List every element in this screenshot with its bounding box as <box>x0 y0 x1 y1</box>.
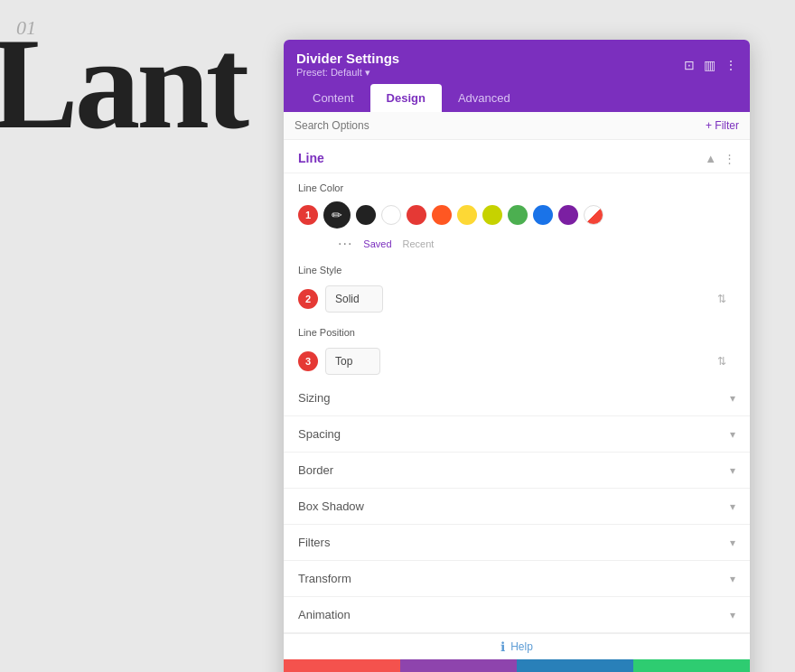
eyedropper-icon: ✏ <box>332 208 342 222</box>
panel-preset[interactable]: Preset: Default ▾ <box>296 67 399 79</box>
transform-title: Transform <box>298 572 351 585</box>
filters-title: Filters <box>298 536 330 549</box>
line-position-row: 3 Top Center Bottom ⇅ <box>284 342 750 380</box>
line-position-arrow: ⇅ <box>717 355 726 368</box>
tab-advanced[interactable]: Advanced <box>442 84 527 112</box>
tab-content[interactable]: Content <box>296 84 370 112</box>
color-swatch-yellow[interactable] <box>457 205 477 225</box>
more-icon[interactable]: ⋮ <box>725 58 737 72</box>
animation-chevron: ▾ <box>730 609 735 621</box>
border-chevron: ▾ <box>730 464 735 477</box>
columns-icon[interactable]: ▥ <box>704 58 716 72</box>
sizing-title: Sizing <box>298 391 330 405</box>
panel-title: Divider Settings <box>296 51 399 66</box>
animation-title: Animation <box>298 608 351 621</box>
filters-chevron: ▾ <box>730 537 735 549</box>
panel-header: Divider Settings Preset: Default ▾ ⊡ ▥ ⋮… <box>284 40 750 112</box>
dots-button[interactable]: ··· <box>338 236 352 252</box>
line-section-header: Line ▲ ⋮ <box>284 140 750 173</box>
saved-recent-row: ··· Saved Recent <box>284 232 750 256</box>
tabs-container: Content Design Advanced <box>296 84 737 112</box>
border-section[interactable]: Border ▾ <box>284 453 750 489</box>
line-color-label: Line Color <box>284 173 750 198</box>
spacing-chevron: ▾ <box>730 428 735 441</box>
saved-label[interactable]: Saved <box>363 238 391 249</box>
line-position-label: Line Position <box>284 318 750 342</box>
search-bar: + Filter <box>284 112 750 140</box>
spacing-title: Spacing <box>298 427 341 441</box>
resize-icon[interactable]: ⊡ <box>684 58 695 72</box>
collapse-icon[interactable]: ▲ <box>705 152 716 165</box>
line-section-title: Line <box>298 151 324 165</box>
more-options-icon[interactable]: ⋮ <box>724 152 735 165</box>
sizing-chevron: ▾ <box>730 392 735 405</box>
panel-footer: ✕ ↺ ↻ ✓ <box>284 659 750 672</box>
background-text: Lant <box>0 18 246 149</box>
color-swatch-green[interactable] <box>508 205 528 225</box>
undo-button[interactable]: ↺ <box>400 659 517 672</box>
step-3-badge: 3 <box>298 351 318 371</box>
line-section: Line ▲ ⋮ Line Color 1 ✏ <box>284 140 750 380</box>
border-title: Border <box>298 463 333 477</box>
help-bar: ℹ Help <box>284 633 750 659</box>
search-input[interactable] <box>295 119 706 132</box>
save-button[interactable]: ✓ <box>633 659 750 672</box>
tab-design[interactable]: Design <box>370 84 442 112</box>
help-label[interactable]: Help <box>510 640 533 653</box>
color-swatch-diagonal[interactable] <box>584 205 603 225</box>
panel-title-group: Divider Settings Preset: Default ▾ <box>296 51 399 79</box>
help-icon: ℹ <box>500 639 505 654</box>
color-swatch-blue[interactable] <box>533 205 553 225</box>
step-1-badge: 1 <box>298 205 318 225</box>
line-position-dropdown-wrapper: Top Center Bottom ⇅ <box>325 348 735 375</box>
filter-button[interactable]: + Filter <box>706 119 739 132</box>
recent-label[interactable]: Recent <box>403 238 435 249</box>
color-swatch-black[interactable] <box>356 205 376 225</box>
color-swatch-yellow-green[interactable] <box>482 205 502 225</box>
sizing-section[interactable]: Sizing ▾ <box>284 380 750 416</box>
line-section-icons: ▲ ⋮ <box>705 152 735 165</box>
cancel-button[interactable]: ✕ <box>284 659 400 672</box>
transform-section[interactable]: Transform ▾ <box>284 561 750 597</box>
color-swatch-purple[interactable] <box>558 205 578 225</box>
divider-settings-panel: Divider Settings Preset: Default ▾ ⊡ ▥ ⋮… <box>284 40 750 672</box>
color-swatch-orange-red[interactable] <box>432 205 452 225</box>
color-swatch-white[interactable] <box>381 205 401 225</box>
box-shadow-title: Box Shadow <box>298 499 364 513</box>
line-style-row: 2 Solid Dashed Dotted ⇅ <box>284 280 750 318</box>
panel-body: Line ▲ ⋮ Line Color 1 ✏ <box>284 140 750 659</box>
step-2-badge: 2 <box>298 289 318 309</box>
spacing-section[interactable]: Spacing ▾ <box>284 416 750 453</box>
animation-section[interactable]: Animation ▾ <box>284 597 750 633</box>
filters-section[interactable]: Filters ▾ <box>284 525 750 561</box>
background-text-area: 01 Lant <box>0 0 280 181</box>
line-style-arrow: ⇅ <box>717 293 726 305</box>
panel-header-top: Divider Settings Preset: Default ▾ ⊡ ▥ ⋮ <box>296 51 737 79</box>
line-style-dropdown-wrapper: Solid Dashed Dotted ⇅ <box>325 285 735 313</box>
color-swatch-red[interactable] <box>407 205 426 225</box>
panel-header-icons: ⊡ ▥ ⋮ <box>684 58 737 72</box>
box-shadow-section[interactable]: Box Shadow ▾ <box>284 489 750 525</box>
line-style-select[interactable]: Solid Dashed Dotted <box>325 285 383 313</box>
color-row: 1 ✏ <box>284 198 750 232</box>
line-style-label: Line Style <box>284 256 750 280</box>
redo-button[interactable]: ↻ <box>517 659 633 672</box>
box-shadow-chevron: ▾ <box>730 500 735 513</box>
transform-chevron: ▾ <box>730 573 735 585</box>
line-position-select[interactable]: Top Center Bottom <box>325 348 380 375</box>
eyedropper-button[interactable]: ✏ <box>323 201 351 229</box>
